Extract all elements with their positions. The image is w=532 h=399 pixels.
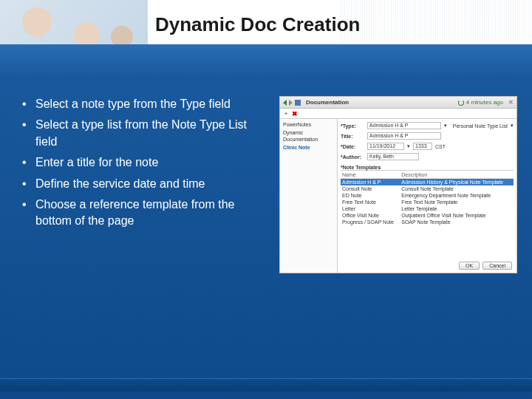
content-area: Select a note type from the Type field S… (21, 96, 517, 369)
author-label: *Author: (341, 154, 364, 160)
side-nav: PowerNotes Dynamic Documentation Clinic … (280, 119, 338, 273)
cell-desc: SOAP Note Template (400, 219, 514, 225)
chevron-down-icon[interactable]: ▾ (444, 123, 447, 129)
header-bar (0, 44, 532, 74)
cell-name: Letter (341, 205, 400, 212)
forward-icon[interactable] (289, 100, 293, 106)
refresh-ago: 4 minutes ago (466, 99, 503, 106)
home-icon[interactable] (295, 100, 301, 106)
cancel-button[interactable]: Cancel (482, 262, 512, 270)
ok-button[interactable]: OK (459, 262, 480, 270)
type-list-label[interactable]: Personal Note Type List (453, 123, 508, 129)
slide-title: Dynamic Doc Creation (155, 13, 360, 36)
dialog-buttons: OK Cancel (459, 262, 512, 270)
sub-toolbar: ＋ ✖ (280, 109, 516, 119)
col-name: Name (341, 171, 400, 179)
type-row: *Type: Admission H & P ▾ Personal Note T… (341, 122, 514, 129)
instruction-item: Select a note type from the Type field (21, 96, 265, 112)
app-screenshot: Documentation 4 minutes ago ✕ ＋ ✖ PowerN… (279, 96, 517, 273)
cell-name: Office Visit Note (341, 212, 400, 219)
cell-name: Progress / SOAP Note (341, 219, 400, 225)
cell-desc: Free Text Note Template (400, 199, 514, 205)
cell-desc: Emergency Department Note Template (400, 192, 514, 199)
table-row[interactable]: Free Text Note Free Text Note Template (341, 199, 514, 205)
refresh-icon[interactable] (458, 100, 464, 106)
back-icon[interactable] (283, 100, 287, 106)
table-row[interactable]: Progress / SOAP Note SOAP Note Template (341, 219, 514, 225)
time-input[interactable]: 1333 (413, 143, 432, 150)
chevron-down-icon[interactable]: ▾ (511, 123, 514, 129)
col-desc: Description (400, 171, 514, 179)
date-row: *Date: 11/19/2012 ▾ 1333 CST (341, 143, 514, 150)
date-input[interactable]: 11/19/2012 (367, 143, 404, 150)
tz-label: CST (435, 144, 446, 149)
add-icon[interactable]: ＋ (283, 109, 289, 117)
cell-name: Admission H & P (341, 179, 400, 186)
sidebar-item-dynamic[interactable]: Dynamic Documentation (282, 129, 335, 143)
calendar-icon[interactable]: ▾ (407, 143, 410, 149)
cell-name: ED Note (341, 192, 400, 199)
cell-desc: Consult Note Template (400, 185, 514, 192)
instruction-item: Choose a reference template from the bot… (21, 197, 265, 230)
cell-name: Free Text Note (341, 199, 400, 205)
instruction-item: Enter a title for the note (21, 154, 265, 171)
title-label: Title: (341, 134, 364, 139)
instruction-item: Define the service date and time (21, 176, 265, 192)
sidebar-item-clinic[interactable]: Clinic Note (282, 143, 335, 151)
title-input[interactable]: Admission H & P (367, 132, 441, 140)
section-title: Documentation (306, 99, 349, 106)
toolbar-right: 4 minutes ago ✕ (458, 99, 514, 106)
close-icon[interactable]: ✕ (508, 99, 514, 106)
table-header-row: Name Description (341, 171, 514, 179)
app-toolbar: Documentation 4 minutes ago ✕ (280, 97, 516, 109)
delete-icon[interactable]: ✖ (292, 110, 298, 117)
main-panel: *Type: Admission H & P ▾ Personal Note T… (338, 119, 516, 273)
templates-table: Name Description Admission H & P Admissi… (341, 171, 514, 225)
slide-footer-bar (0, 378, 532, 392)
table-row[interactable]: Letter Letter Template (341, 205, 514, 212)
cell-desc: Letter Template (400, 205, 514, 212)
author-row: *Author: Kelly, Beth (341, 153, 514, 160)
date-label: *Date: (341, 144, 364, 149)
type-select[interactable]: Admission H & P (367, 122, 441, 129)
instructions-column: Select a note type from the Type field S… (21, 96, 265, 369)
cell-name: Consult Note (341, 185, 400, 192)
sidebar-item-powernotes[interactable]: PowerNotes (282, 120, 335, 129)
photo-figure (22, 7, 52, 37)
templates-heading: *Note Templates (341, 165, 514, 171)
table-row[interactable]: Admission H & P Admission History & Phys… (341, 179, 514, 186)
instruction-item: Select a type list from the Note Type Li… (21, 117, 265, 150)
table-row[interactable]: Consult Note Consult Note Template (341, 185, 514, 192)
header-decoration (340, 0, 532, 44)
title-row: Title: Admission H & P (341, 132, 514, 140)
cell-desc: Outpatient Office Visit Note Template (400, 212, 514, 219)
cell-desc: Admission History & Physical Note Templa… (400, 179, 514, 186)
author-input[interactable]: Kelly, Beth (367, 153, 419, 160)
instruction-list: Select a note type from the Type field S… (21, 96, 265, 230)
table-row[interactable]: Office Visit Note Outpatient Office Visi… (341, 212, 514, 219)
table-row[interactable]: ED Note Emergency Department Note Templa… (341, 192, 514, 199)
type-label: *Type: (341, 123, 364, 129)
